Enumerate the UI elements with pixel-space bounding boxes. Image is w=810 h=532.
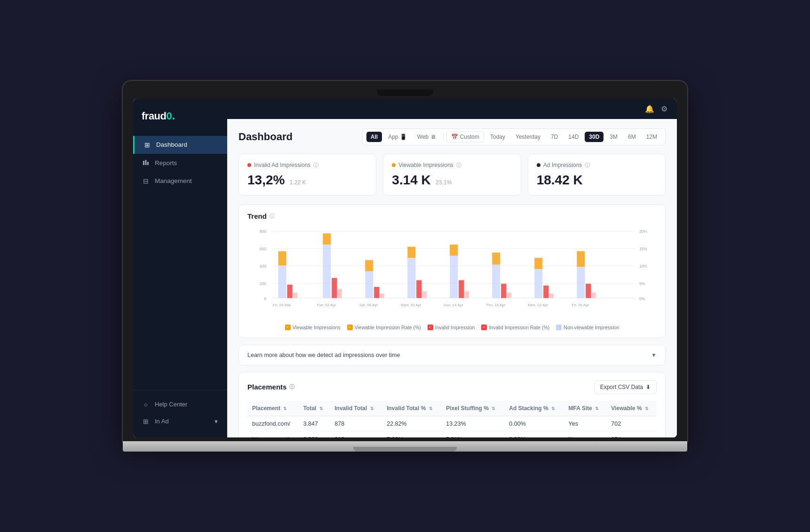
cell-total-1: 3.847 [299, 416, 330, 431]
col-header-pixel: Pixel Stuffing % ⇅ [441, 401, 504, 416]
col-header-placement: Placement ⇅ [247, 401, 299, 416]
svg-rect-0 [143, 161, 144, 165]
metric-dot-orange [392, 163, 396, 167]
svg-rect-44 [543, 286, 548, 298]
filter-app-btn[interactable]: App 📱 [384, 132, 411, 142]
svg-rect-36 [459, 280, 464, 298]
cell-viewable-1: 702 [606, 416, 657, 431]
info-icon-ad[interactable]: ⓘ [585, 162, 590, 169]
svg-rect-22 [323, 244, 331, 298]
svg-rect-39 [492, 252, 500, 264]
reports-icon [142, 159, 150, 167]
svg-text:Fri, 29 Mar: Fri, 29 Mar [273, 302, 291, 307]
svg-text:800: 800 [260, 229, 266, 234]
filter-yesterday-btn[interactable]: Yesterday [511, 132, 545, 142]
filter-today-btn[interactable]: Today [486, 132, 509, 142]
filter-6m-btn[interactable]: 6M [624, 132, 640, 142]
legend-label-viewable-rate: Viewable Impression Rate (%) [355, 325, 421, 330]
table-body: buzzfond.com/ 3.847 878 22.82% 13.23% 0.… [247, 416, 657, 437]
svg-text:20%: 20% [639, 229, 647, 234]
filter-custom-btn[interactable]: 📅 Custom [446, 131, 484, 143]
trend-info-icon[interactable]: ⓘ [270, 213, 275, 220]
table-row: bio-green.net/ 2.880 212 7.36% 5.31% 0.0… [247, 431, 657, 437]
cell-placement-1: buzzfond.com/ [247, 416, 299, 431]
sidebar-item-reports[interactable]: Reports [133, 154, 227, 172]
table-header: Placement ⇅ Total ⇅ Invalid Total ⇅ Inva… [247, 401, 657, 416]
svg-rect-26 [365, 271, 373, 298]
legend-label-invalid: Invalid Impression [435, 325, 475, 330]
legend-color-viewable-rate: ✓ [347, 325, 353, 330]
sidebar-item-dashboard[interactable]: ⊞ Dashboard [133, 136, 227, 154]
metric-value-invalid: 13,2% 1.22 K [247, 173, 367, 188]
cell-pixel-2: 5.31% [441, 431, 504, 437]
svg-rect-46 [577, 267, 585, 298]
svg-rect-29 [380, 294, 384, 298]
svg-rect-2 [147, 162, 149, 165]
placements-header: Placements ⓘ Export CSV Data ⬇ [247, 380, 657, 394]
filter-divider [443, 133, 444, 141]
svg-rect-49 [592, 293, 596, 298]
placements-info-icon[interactable]: ⓘ [289, 383, 294, 390]
chevron-right-icon: ▼ [214, 419, 219, 424]
svg-rect-35 [450, 244, 458, 255]
legend-invalid-impression: ✓ Invalid Impression [428, 325, 475, 330]
svg-rect-28 [374, 286, 379, 298]
metric-label-row-ad: Ad Impressions ⓘ [537, 162, 657, 169]
export-label: Export CSV Data [600, 384, 643, 390]
info-icon-viewable[interactable]: ⓘ [456, 162, 461, 169]
svg-rect-21 [293, 293, 297, 298]
filter-12m-btn[interactable]: 12M [642, 132, 661, 142]
legend-label-invalid-rate: Invalid Impression Rate (%) [489, 325, 549, 330]
svg-text:Mon, 22 Apr: Mon, 22 Apr [528, 302, 548, 307]
in-ad-item[interactable]: ⊞ In Ad ▼ [133, 413, 227, 430]
svg-rect-20 [287, 285, 292, 298]
filter-14d-btn[interactable]: 14D [564, 132, 583, 142]
filter-7d-btn[interactable]: 7D [547, 132, 562, 142]
sidebar-item-label: Dashboard [156, 141, 187, 148]
svg-rect-19 [278, 251, 286, 265]
sidebar: fraud0. ⊞ Dashboard [133, 99, 227, 437]
svg-rect-18 [278, 265, 286, 298]
cell-stacking-1: 0.00% [504, 416, 564, 431]
filter-web-btn[interactable]: Web 🖥 [413, 132, 440, 142]
help-center-item[interactable]: ○ Help Center [133, 396, 227, 413]
placements-title-text: Placements [247, 383, 286, 391]
metrics-row: Invalid Ad Impressions ⓘ 13,2% 1.22 K [238, 154, 666, 196]
sidebar-item-management[interactable]: ⊟ Management [133, 172, 227, 190]
learn-more-bar[interactable]: Learn more about how we detect ad impres… [238, 345, 666, 365]
svg-rect-42 [534, 269, 542, 298]
page-title: Dashboard [238, 131, 293, 143]
legend-color-viewable: ✓ [285, 325, 291, 330]
col-header-viewable: Viewable % ⇅ [606, 401, 657, 416]
svg-rect-27 [365, 260, 373, 271]
filter-30d-btn[interactable]: 30D [585, 132, 604, 142]
cell-invalid-pct-2: 7.36% [382, 431, 441, 437]
download-icon: ⬇ [646, 384, 651, 390]
export-csv-button[interactable]: Export CSV Data ⬇ [594, 380, 657, 394]
settings-icon[interactable]: ⚙ [661, 104, 667, 113]
filter-3m-btn[interactable]: 3M [605, 132, 622, 142]
col-header-mfa: MFA Site ⇅ [564, 401, 607, 416]
chevron-down-icon: ▼ [651, 352, 657, 358]
svg-text:Tue, 02 Apr: Tue, 02 Apr [317, 302, 336, 307]
svg-rect-43 [534, 258, 542, 269]
metric-card-viewable: Viewable Impressions ⓘ 3.14 K 23,1% [383, 154, 521, 196]
placements-title: Placements ⓘ [247, 383, 294, 391]
filter-all-btn[interactable]: All [366, 132, 382, 142]
svg-text:5%: 5% [639, 281, 645, 286]
info-icon-invalid[interactable]: ⓘ [313, 162, 318, 169]
svg-text:0%: 0% [639, 296, 645, 301]
svg-rect-31 [407, 246, 415, 258]
cell-placement-2: bio-green.net/ [247, 431, 299, 437]
management-icon: ⊟ [142, 177, 150, 185]
svg-rect-32 [416, 280, 421, 298]
trend-header: Trend ⓘ [247, 212, 657, 220]
cell-pixel-1: 13.23% [441, 416, 504, 431]
notification-icon[interactable]: 🔔 [645, 104, 654, 113]
svg-text:600: 600 [260, 246, 266, 251]
laptop-screen: fraud0. ⊞ Dashboard [133, 99, 677, 437]
chart-legend: ✓ Viewable Impressions ✓ Viewable Impres… [247, 325, 657, 330]
legend-viewable-impressions: ✓ Viewable Impressions [285, 325, 341, 330]
in-ad-icon: ⊞ [142, 418, 150, 425]
metric-dot-black [537, 163, 540, 167]
